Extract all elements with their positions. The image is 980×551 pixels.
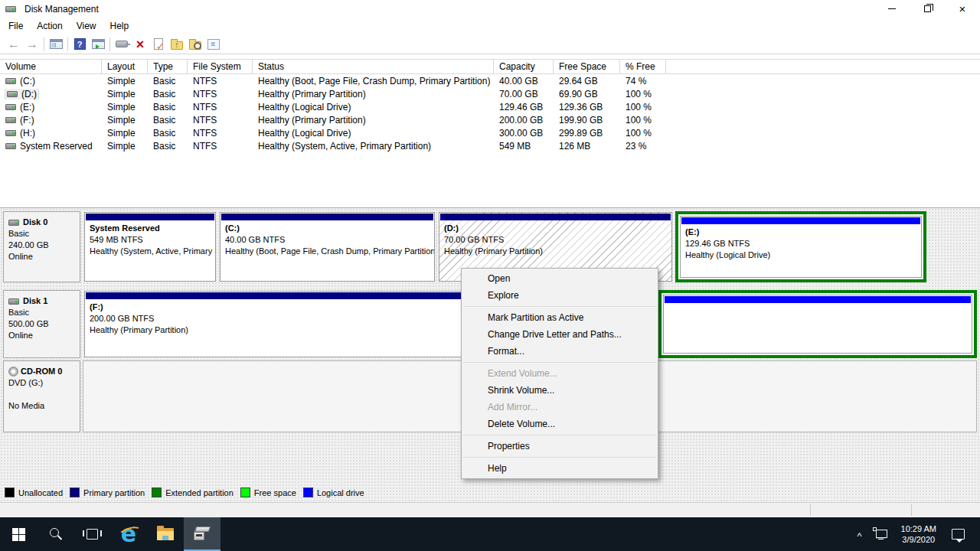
taskbar-search-button[interactable] <box>37 517 74 551</box>
system-tray: ^ 10:29 AM 3/9/2020 <box>851 517 980 551</box>
column-status[interactable]: Status <box>253 60 494 73</box>
volume-row-system-reserved[interactable]: System Reserved Simple Basic NTFS Health… <box>0 139 980 152</box>
context-menu-explore[interactable]: Explore <box>462 287 658 304</box>
context-menu-format[interactable]: Format... <box>462 343 658 360</box>
start-button[interactable] <box>0 517 37 551</box>
menu-action[interactable]: Action <box>30 18 69 34</box>
menu-file[interactable]: File <box>2 18 30 34</box>
tray-chevron-icon[interactable]: ^ <box>851 530 867 542</box>
disk-status: Online <box>8 251 76 262</box>
clock-date: 3/9/2020 <box>901 534 936 545</box>
disk-status: Online <box>8 330 76 341</box>
help-button[interactable]: ? <box>70 36 89 53</box>
partition-c[interactable]: (C:) 40.00 GB NTFS Healthy (Boot, Page F… <box>220 212 435 282</box>
free-cell: 69.90 GB <box>554 89 620 99</box>
action-pane-button[interactable] <box>89 36 107 53</box>
close-button[interactable]: × <box>945 0 980 18</box>
volume-row-h[interactable]: (H:) Simple Basic NTFS Healthy (Logical … <box>0 126 980 139</box>
context-menu-shrink-volume[interactable]: Shrink Volume... <box>462 382 658 399</box>
restore-icon <box>924 5 931 12</box>
back-button[interactable]: ← <box>5 36 23 53</box>
column-layout[interactable]: Layout <box>102 60 148 73</box>
context-menu-separator <box>463 306 656 307</box>
volume-row-c[interactable]: (C:) Simple Basic NTFS Healthy (Boot, Pa… <box>0 74 980 87</box>
capacity-cell: 300.00 GB <box>494 128 554 139</box>
fs-cell: NTFS <box>188 102 253 112</box>
context-menu-change-drive-letter[interactable]: Change Drive Letter and Paths... <box>462 326 658 343</box>
layout-cell: Simple <box>102 141 148 152</box>
pct-cell: 100 % <box>620 128 666 139</box>
fs-cell: NTFS <box>188 115 253 126</box>
restore-button[interactable] <box>910 0 945 18</box>
drive-icon <box>7 91 18 97</box>
primary-partition-bar <box>221 214 433 220</box>
partition-system-reserved[interactable]: System Reserved 549 MB NTFS Healthy (Sys… <box>84 212 216 282</box>
menu-help[interactable]: Help <box>103 18 136 34</box>
partition-status: Healthy (Logical Drive) <box>685 249 921 261</box>
pct-cell: 74 % <box>620 76 666 86</box>
context-menu-properties[interactable]: Properties <box>462 438 658 455</box>
partition-status: Healthy (Boot, Page File, Crash Dump, Pr… <box>225 246 434 257</box>
primary-partition-bar <box>440 214 671 220</box>
volume-row-d[interactable]: (D:) Simple Basic NTFS Healthy (Primary … <box>0 87 980 100</box>
open-button[interactable] <box>168 36 186 53</box>
partition-h[interactable] <box>663 295 972 354</box>
fs-cell: NTFS <box>188 141 253 152</box>
console-tree-button[interactable] <box>47 36 65 53</box>
windows-logo-icon <box>12 528 25 541</box>
capacity-cell: 200.00 GB <box>494 115 554 126</box>
context-menu-mark-partition-active[interactable]: Mark Partition as Active <box>462 309 658 326</box>
legend-item-primary: Primary partition <box>70 487 145 497</box>
capacity-cell: 129.46 GB <box>494 102 554 112</box>
taskbar-clock[interactable]: 10:29 AM 3/9/2020 <box>893 523 944 545</box>
minimize-button[interactable] <box>874 0 910 18</box>
partition-e[interactable]: (E:) 129.46 GB NTFS Healthy (Logical Dri… <box>680 216 922 278</box>
volume-list: Volume Layout Type File System Status Ca… <box>0 54 980 207</box>
context-menu-help[interactable]: Help <box>462 460 658 477</box>
drive-icon <box>5 130 16 136</box>
legend-item-unallocated: Unallocated <box>5 487 63 497</box>
task-view-button[interactable] <box>74 517 110 551</box>
column-pct-free[interactable]: % Free <box>620 60 666 73</box>
partition-context-menu: Open Explore Mark Partition as Active Ch… <box>461 268 658 479</box>
context-menu-delete-volume[interactable]: Delete Volume... <box>462 416 658 432</box>
pct-cell: 100 % <box>620 102 666 112</box>
volume-row-e[interactable]: (E:) Simple Basic NTFS Healthy (Logical … <box>0 100 980 113</box>
disk0-header[interactable]: Disk 0 Basic 240.00 GB Online <box>3 211 80 282</box>
column-file-system[interactable]: File System <box>188 60 253 73</box>
primary-partition-bar <box>86 214 214 220</box>
network-icon[interactable] <box>874 529 887 540</box>
explore-button[interactable] <box>186 36 204 53</box>
properties-list-button[interactable]: ≡ <box>204 36 223 53</box>
cd-icon <box>8 367 18 377</box>
logical-drive-bar <box>681 217 920 224</box>
device-button[interactable] <box>113 36 131 53</box>
selected-volume-chip: (D:) <box>5 89 38 99</box>
disk1-header[interactable]: Disk 1 Basic 500.00 GB Online <box>3 290 80 358</box>
column-free-space[interactable]: Free Space <box>554 60 620 73</box>
forward-button[interactable]: → <box>23 36 41 53</box>
context-menu-open[interactable]: Open <box>462 270 658 287</box>
file-explorer-button[interactable] <box>147 517 184 551</box>
statusbar-separator <box>911 504 912 516</box>
properties-list-icon: ≡ <box>207 39 220 50</box>
column-volume[interactable]: Volume <box>0 60 102 73</box>
column-type[interactable]: Type <box>148 60 188 73</box>
internet-explorer-button[interactable]: e <box>110 517 147 551</box>
menu-bar: File Action View Help <box>0 18 980 34</box>
disk-icon <box>8 220 19 226</box>
disk-management-taskbar-button[interactable] <box>184 517 220 551</box>
check-disk-button[interactable] <box>149 36 168 53</box>
menu-view[interactable]: View <box>70 18 103 34</box>
help-icon: ? <box>74 38 86 50</box>
action-center-icon[interactable] <box>952 529 965 540</box>
cdrom-header[interactable]: CD-ROM 0 DVD (G:) No Media <box>3 360 80 432</box>
legend-swatch <box>70 487 80 497</box>
disk-icon <box>8 298 19 305</box>
app-icon <box>5 6 16 12</box>
clock-time: 10:29 AM <box>901 523 936 534</box>
column-capacity[interactable]: Capacity <box>494 60 554 73</box>
minimize-icon <box>888 8 896 9</box>
volume-row-f[interactable]: (F:) Simple Basic NTFS Healthy (Primary … <box>0 113 980 126</box>
delete-button[interactable]: × <box>131 36 149 53</box>
